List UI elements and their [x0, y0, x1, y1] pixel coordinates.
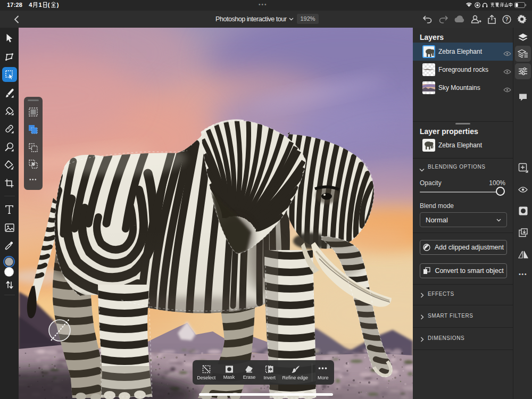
svg-text:?: ?	[505, 16, 508, 22]
